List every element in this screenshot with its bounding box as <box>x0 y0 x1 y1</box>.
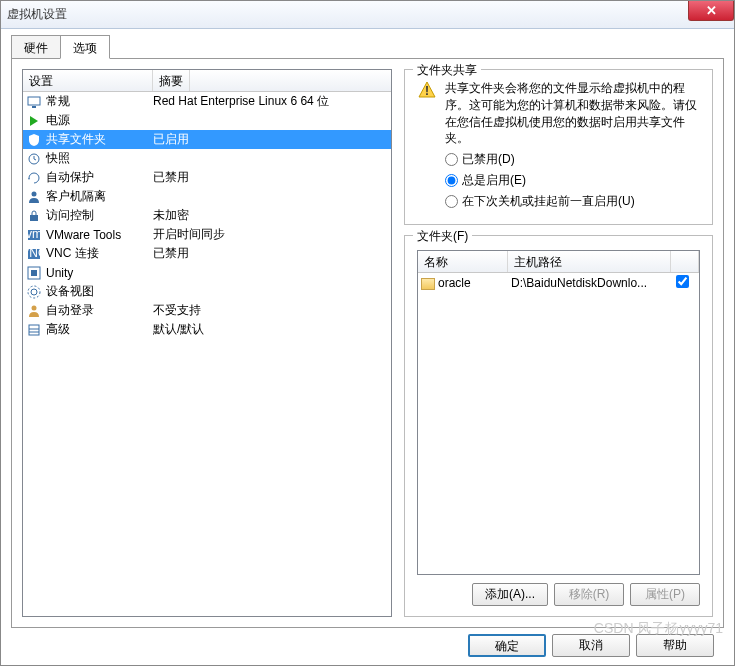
svg-rect-16 <box>29 325 39 335</box>
setting-summary: 已禁用 <box>153 169 189 186</box>
col-path: 主机路径 <box>508 251 671 272</box>
setting-row-clock[interactable]: 快照 <box>23 149 391 168</box>
setting-row-vm[interactable]: vmVMware Tools开启时间同步 <box>23 225 391 244</box>
clock-icon <box>26 151 42 167</box>
setting-label: 自动登录 <box>46 302 153 319</box>
tabstrip: 硬件 选项 <box>11 35 724 59</box>
setting-label: VMware Tools <box>46 228 153 242</box>
radio-disabled-label: 已禁用(D) <box>462 151 515 168</box>
setting-summary: 开启时间同步 <box>153 226 225 243</box>
radio-until-input[interactable] <box>445 195 458 208</box>
folder-enabled-checkbox[interactable] <box>676 275 689 288</box>
folders-list: 名称 主机路径 oracleD:\BaiduNetdiskDownlo... <box>417 250 700 575</box>
vnc-icon: VNC <box>26 246 42 262</box>
tab-options[interactable]: 选项 <box>60 35 110 59</box>
setting-row-monitor[interactable]: 常规Red Hat Enterprise Linux 6 64 位 <box>23 92 391 111</box>
setting-label: 设备视图 <box>46 283 153 300</box>
col-name: 名称 <box>418 251 508 272</box>
tab-hardware[interactable]: 硬件 <box>11 35 61 59</box>
svg-rect-12 <box>31 270 37 276</box>
cancel-button[interactable]: 取消 <box>552 634 630 657</box>
col-summary: 摘要 <box>153 70 190 91</box>
setting-label: 高级 <box>46 321 153 338</box>
setting-label: 共享文件夹 <box>46 131 153 148</box>
folder-sharing-title: 文件夹共享 <box>413 62 481 79</box>
setting-row-person[interactable]: 客户机隔离 <box>23 187 391 206</box>
setting-summary: 不受支持 <box>153 302 201 319</box>
shield-icon <box>26 132 42 148</box>
setting-summary: Red Hat Enterprise Linux 6 64 位 <box>153 93 329 110</box>
setting-label: 客户机隔离 <box>46 188 153 205</box>
setting-row-user[interactable]: 自动登录不受支持 <box>23 301 391 320</box>
svg-point-5 <box>32 191 37 196</box>
settings-list: 设置 摘要 常规Red Hat Enterprise Linux 6 64 位电… <box>22 69 392 617</box>
radio-always-input[interactable] <box>445 174 458 187</box>
radio-until[interactable]: 在下次关机或挂起前一直启用(U) <box>417 193 700 210</box>
unity-icon <box>26 265 42 281</box>
window-title: 虚拟机设置 <box>7 6 67 23</box>
setting-label: 访问控制 <box>46 207 153 224</box>
setting-row-vnc[interactable]: VNCVNC 连接已禁用 <box>23 244 391 263</box>
setting-summary: 已启用 <box>153 131 189 148</box>
close-button[interactable]: ✕ <box>688 1 734 21</box>
add-button[interactable]: 添加(A)... <box>472 583 548 606</box>
svg-marker-4 <box>28 178 30 180</box>
radio-always[interactable]: 总是启用(E) <box>417 172 700 189</box>
folder-sharing-group: 文件夹共享 ! 共享文件夹会将您的文件显示给虚拟机中的程序。这可能为您的计算机和… <box>404 69 713 225</box>
folder-row[interactable]: oracleD:\BaiduNetdiskDownlo... <box>418 273 699 293</box>
svg-marker-2 <box>30 116 38 126</box>
monitor-icon <box>26 94 42 110</box>
titlebar: 虚拟机设置 ✕ <box>1 1 734 29</box>
settings-list-header: 设置 摘要 <box>23 70 391 92</box>
setting-label: 常规 <box>46 93 153 110</box>
lock-icon <box>26 208 42 224</box>
folders-list-header: 名称 主机路径 <box>418 251 699 273</box>
radio-disabled[interactable]: 已禁用(D) <box>417 151 700 168</box>
remove-button[interactable]: 移除(R) <box>554 583 624 606</box>
cycle-icon <box>26 170 42 186</box>
setting-label: Unity <box>46 266 153 280</box>
setting-row-cycle[interactable]: 自动保护已禁用 <box>23 168 391 187</box>
properties-button[interactable]: 属性(P) <box>630 583 700 606</box>
svg-text:VNC: VNC <box>26 246 42 260</box>
person-icon <box>26 189 42 205</box>
svg-point-13 <box>31 289 37 295</box>
svg-text:vm: vm <box>26 227 42 241</box>
setting-row-power[interactable]: 电源 <box>23 111 391 130</box>
setting-label: 自动保护 <box>46 169 153 186</box>
folder-name: oracle <box>421 276 511 290</box>
gear-icon <box>26 284 42 300</box>
setting-summary: 未加密 <box>153 207 189 224</box>
col-setting: 设置 <box>23 70 153 91</box>
folder-icon <box>421 278 435 290</box>
help-button[interactable]: 帮助 <box>636 634 714 657</box>
power-icon <box>26 113 42 129</box>
svg-rect-0 <box>28 97 40 105</box>
warning-icon: ! <box>417 80 437 147</box>
wrench-icon <box>26 322 42 338</box>
svg-text:!: ! <box>425 84 429 98</box>
user-icon <box>26 303 42 319</box>
setting-row-unity[interactable]: Unity <box>23 263 391 282</box>
radio-until-label: 在下次关机或挂起前一直启用(U) <box>462 193 635 210</box>
folder-path: D:\BaiduNetdiskDownlo... <box>511 276 668 290</box>
folders-title: 文件夹(F) <box>413 228 472 245</box>
setting-label: VNC 连接 <box>46 245 153 262</box>
setting-row-wrench[interactable]: 高级默认/默认 <box>23 320 391 339</box>
svg-point-14 <box>28 286 40 298</box>
svg-point-15 <box>32 305 37 310</box>
setting-label: 电源 <box>46 112 153 129</box>
setting-row-lock[interactable]: 访问控制未加密 <box>23 206 391 225</box>
svg-rect-6 <box>30 215 38 221</box>
setting-row-gear[interactable]: 设备视图 <box>23 282 391 301</box>
setting-summary: 已禁用 <box>153 245 189 262</box>
setting-summary: 默认/默认 <box>153 321 204 338</box>
radio-disabled-input[interactable] <box>445 153 458 166</box>
vm-icon: vm <box>26 227 42 243</box>
setting-label: 快照 <box>46 150 153 167</box>
ok-button[interactable]: 确定 <box>468 634 546 657</box>
warning-text: 共享文件夹会将您的文件显示给虚拟机中的程序。这可能为您的计算机和数据带来风险。请… <box>445 80 700 147</box>
folders-group: 文件夹(F) 名称 主机路径 oracleD:\BaiduNetdiskDown… <box>404 235 713 617</box>
setting-row-shield[interactable]: 共享文件夹已启用 <box>23 130 391 149</box>
radio-always-label: 总是启用(E) <box>462 172 526 189</box>
